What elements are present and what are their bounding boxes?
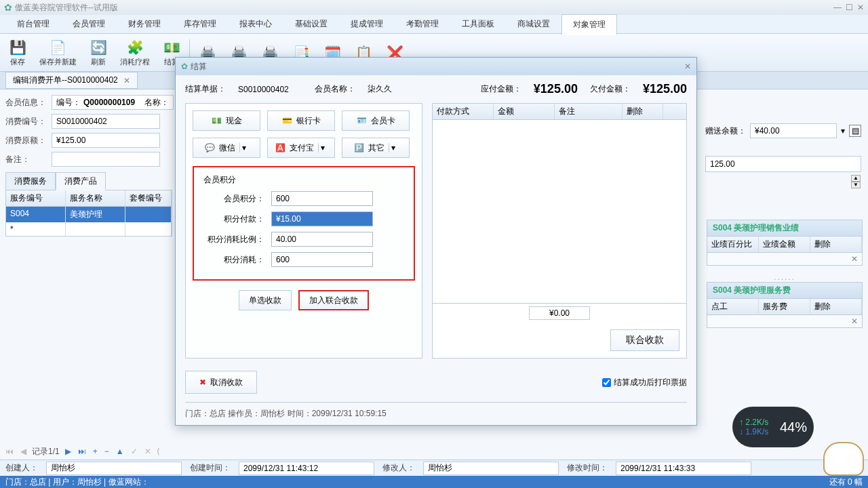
cancel-icon: ✖ — [199, 378, 206, 387]
gift-action-icon[interactable]: ▤ — [849, 125, 861, 137]
consume-course-icon: 🧩 — [125, 38, 144, 57]
pager-prev-icon[interactable]: ◀ — [19, 447, 28, 456]
close-tab-icon[interactable]: ✕ — [123, 76, 130, 85]
union-collect-button[interactable]: 联合收款 — [610, 329, 679, 351]
delete-icon[interactable]: ✕ — [851, 254, 858, 264]
single-collect-button[interactable]: 单选收款 — [239, 290, 292, 310]
gift-label: 赠送余额： — [705, 125, 746, 137]
pager-label: 记录1/1 — [32, 446, 60, 458]
menubar: 前台管理会员管理财务管理库存管理报表中心基础设置提成管理考勤管理工具面板商城设置… — [0, 15, 868, 34]
pager-del-icon[interactable]: − — [103, 447, 111, 456]
dropdown-icon[interactable]: ▾ — [841, 126, 845, 136]
pay-wechat-button[interactable]: 💬微信▾ — [193, 138, 260, 158]
points-input-3[interactable] — [271, 252, 373, 267]
pager: ⏮ ◀ 记录1/1 ▶ ⏭ + − ▲ ✓ ✕ ⟨ — [4, 443, 160, 460]
points-input-2[interactable] — [271, 232, 373, 247]
save-new-button[interactable]: 📄保存并新建 — [35, 37, 81, 68]
menu-tab-0[interactable]: 前台管理 — [5, 14, 61, 35]
dropdown-icon[interactable]: ▾ — [239, 143, 249, 152]
subtab-1[interactable]: 消费产品 — [56, 172, 106, 190]
save-button[interactable]: 💾保存 — [4, 37, 31, 68]
menu-tab-4[interactable]: 报表中心 — [228, 14, 283, 35]
document-tab-label: 编辑消费开单--S0010000402 — [13, 75, 118, 86]
amount-field[interactable]: ¥125.00 — [52, 133, 160, 148]
remark-label: 备注： — [5, 154, 46, 165]
bank-icon: 💳 — [282, 116, 292, 125]
menu-tab-6[interactable]: 提成管理 — [339, 14, 395, 35]
pager-x-icon[interactable]: ✕ — [143, 447, 153, 456]
member-points-box: 会员积分 会员积分：积分付款：积分消耗比例：积分消耗： — [193, 166, 415, 281]
gift-value[interactable]: ¥40.00 — [750, 123, 837, 138]
pager-next-icon[interactable]: ▶ — [64, 447, 73, 456]
delete-icon[interactable]: ✕ — [851, 317, 858, 326]
pay-cash-button[interactable]: 💵现金 — [193, 110, 260, 131]
join-union-collect-button[interactable]: 加入联合收款 — [298, 290, 369, 310]
wechat-icon: 💬 — [205, 143, 215, 152]
spinner[interactable]: ▲▼ — [851, 175, 861, 188]
payment-panel: 💵现金💳银行卡🪪会员卡💬微信▾🅰️支付宝▾🅿️其它▾ 会员积分 会员积分：积分付… — [185, 103, 422, 359]
consume-no-field[interactable]: S0010000402 — [52, 114, 160, 129]
menu-tab-10[interactable]: 对象管理 — [561, 14, 617, 35]
modal-titlebar[interactable]: ✿ 结算 ✕ — [176, 58, 696, 75]
refresh-icon: 🔄 — [89, 38, 108, 57]
value-125-field[interactable]: 125.00 — [705, 156, 861, 172]
minimize-icon[interactable]: — — [833, 3, 842, 12]
remark-field[interactable] — [52, 152, 160, 167]
pager-edit-icon[interactable]: ▲ — [115, 447, 125, 456]
cash-icon: 💵 — [212, 116, 222, 125]
dropdown-icon[interactable]: ▾ — [318, 143, 328, 152]
payment-total[interactable] — [529, 306, 590, 320]
menu-tab-2[interactable]: 财务管理 — [117, 14, 172, 35]
net-up: ↑ 2.2K/s — [739, 418, 768, 427]
alipay-icon: 🅰️ — [275, 143, 285, 152]
consume-no-label: 消费编号： — [5, 116, 46, 127]
cancel-collect-button[interactable]: ✖ 取消收款 — [185, 371, 257, 394]
right-box-0: S004 美颈护理销售业绩业绩百分比业绩金额删除✕ — [707, 220, 863, 266]
menu-tab-3[interactable]: 库存管理 — [172, 14, 228, 35]
due-amount: ¥125.00 — [534, 82, 578, 96]
dropdown-icon[interactable]: ▾ — [389, 143, 398, 152]
menu-tab-7[interactable]: 考勤管理 — [395, 14, 450, 35]
table-row-new[interactable]: * — [6, 222, 172, 236]
points-input-1[interactable] — [271, 211, 373, 226]
statusbar: 门店：总店 | 用户：周怡杉 | 傲蓝网站： 还有 0 幅 — [0, 476, 868, 488]
pager-first-icon[interactable]: ⏮ — [4, 447, 15, 456]
points-input-0[interactable] — [271, 191, 373, 206]
refresh-button[interactable]: 🔄刷新 — [85, 37, 112, 68]
table-row[interactable]: S004美颈护理 — [6, 207, 172, 222]
titlebar: ✿ 傲蓝美容院管理软件--试用版 — ☐ ✕ — [0, 0, 868, 15]
document-tab[interactable]: 编辑消费开单--S0010000402 ✕ — [5, 72, 138, 89]
member-name: 柒久久 — [368, 83, 392, 95]
creator-field: 周怡杉 — [46, 462, 182, 475]
pay-alipay-button[interactable]: 🅰️支付宝▾ — [267, 138, 335, 158]
gift-balance-row: 赠送余额： ¥40.00 ▾ ▤ — [705, 122, 861, 140]
subtab-0[interactable]: 消费服务 — [5, 172, 56, 190]
pay-other-button[interactable]: 🅿️其它▾ — [342, 138, 410, 158]
modal-close-icon[interactable]: ✕ — [684, 62, 691, 71]
pager-check-icon[interactable]: ✓ — [130, 447, 139, 456]
network-widget[interactable]: ↑ 2.2K/s ↓ 1.9K/s 44% — [732, 407, 814, 447]
right-panel: S004 美颈护理销售业绩业绩百分比业绩金额删除✕......S004 美颈护理… — [707, 220, 863, 335]
print-after-checkout[interactable]: 结算成功后打印票据 — [602, 377, 687, 388]
pay-bank-button[interactable]: 💳银行卡 — [267, 110, 335, 131]
member-icon: 🪪 — [357, 116, 367, 125]
menu-tab-9[interactable]: 商城设置 — [506, 14, 561, 35]
pager-last-icon[interactable]: ⏭ — [77, 447, 87, 456]
payment-total-row — [433, 303, 686, 323]
pay-member-button[interactable]: 🪪会员卡 — [342, 110, 410, 131]
member-no-field: 编号： Q0000000109 名称： — [52, 95, 174, 110]
print-checkbox[interactable] — [602, 378, 611, 387]
menu-tab-8[interactable]: 工具面板 — [450, 14, 506, 35]
service-grid: 服务编号服务名称套餐编号 S004美颈护理 * — [5, 190, 172, 237]
maximize-icon[interactable]: ☐ — [846, 3, 853, 12]
menu-tab-1[interactable]: 会员管理 — [61, 14, 117, 35]
member-info-label: 会员信息： — [5, 97, 46, 108]
pager-add-icon[interactable]: + — [92, 447, 99, 456]
close-icon[interactable]: ✕ — [857, 3, 864, 12]
pager-drag-icon[interactable]: ⟨ — [157, 447, 160, 456]
mtime-field: 2099/12/31 11:43:33 — [616, 462, 751, 475]
mascot-icon[interactable] — [823, 442, 864, 476]
menu-tab-5[interactable]: 基础设置 — [283, 14, 339, 35]
consume-course-button[interactable]: 🧩消耗疗程 — [116, 37, 154, 68]
checkout-icon: 💵 — [162, 38, 181, 57]
